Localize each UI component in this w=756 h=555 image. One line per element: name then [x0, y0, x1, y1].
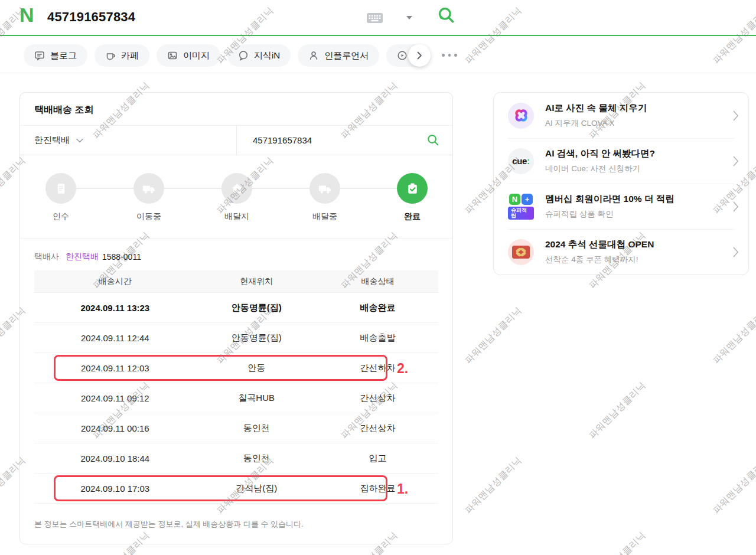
tab-label: 이미지 — [183, 50, 210, 61]
cell-location: 동인천 — [196, 453, 317, 464]
tracking-history-table: 배송시간현재위치배송상태 2024.09.11 13:23안동명륜(집)배송완료… — [34, 270, 438, 504]
chevron-right-icon — [733, 156, 739, 166]
gift-icon — [508, 239, 534, 265]
promo-sidebar-card: AI로 사진 속 물체 지우기AI 지우개 CLOVA Xcue:AI 검색, … — [493, 92, 749, 275]
cell-time: 2024.09.11 13:23 — [34, 303, 196, 313]
watermark-text: 파워맨남성클리닉 — [711, 455, 756, 517]
tab-label: 블로그 — [50, 50, 77, 61]
cell-status: 간선상차 — [317, 423, 438, 434]
cell-status: 입고 — [317, 453, 438, 464]
delivery-progress-steps: 인수이동중배달지배달중완료 — [20, 155, 452, 239]
cell-location: 간석남(집) — [196, 483, 317, 494]
carrier-dropdown-value: 한진택배 — [34, 135, 70, 146]
promo-title: AI로 사진 속 물체 지우기 — [545, 102, 728, 115]
progress-step-2: 이동중 — [119, 173, 178, 222]
column-header: 현재위치 — [196, 276, 317, 287]
cell-status: 간선하차 — [317, 363, 438, 374]
step-label: 인수 — [31, 211, 90, 222]
sidebar-item-nplus[interactable]: N+슈퍼적립멤버십 회원이라면 10% 더 적립슈퍼적립 상품 확인 — [494, 184, 748, 229]
cell-status: 간선상차 — [317, 393, 438, 404]
watermark-text: 파워맨남성클리닉 — [711, 305, 756, 367]
step-check-icon — [397, 173, 428, 204]
promo-title: AI 검색, 아직 안 써봤다면? — [545, 148, 728, 160]
step-receipt-icon — [45, 173, 76, 204]
promo-subtitle: AI 지우개 CLOVA X — [545, 118, 728, 129]
carrier-label: 택배사 — [34, 252, 59, 262]
tabs-expand-button[interactable] — [408, 44, 431, 67]
step-truck-icon — [133, 173, 164, 204]
sidebar-item-gift[interactable]: 2024 추석 선물대첩 OPEN선착순 4종 쿠폰 혜택까지! — [494, 229, 748, 275]
search-tab-bar: 블로그카페이미지지식iN인플루언서동영상쇼핑 — [0, 37, 756, 73]
naver-logo[interactable]: N — [19, 5, 34, 25]
tab-strip: 블로그카페이미지지식iN인플루언서동영상쇼핑 — [24, 44, 418, 67]
chevron-right-icon — [417, 51, 422, 60]
influencer-icon — [308, 50, 319, 61]
cell-location: 칠곡HUB — [196, 393, 317, 404]
chevron-right-icon — [733, 201, 739, 212]
sidebar-item-cue[interactable]: cue:AI 검색, 아직 안 써봤다면?네이버 Cue: 사전 신청하기 — [494, 138, 748, 184]
column-header: 배송시간 — [34, 276, 196, 287]
tracking-history-row: 2024.09.11 12:44안동명륜(집)배송출발 — [34, 323, 438, 353]
progress-step-4: 배달중 — [295, 173, 354, 222]
highlight-number: 1. — [397, 481, 408, 497]
tab-label: 인플루언서 — [324, 50, 369, 61]
carrier-name-link[interactable]: 한진택배 — [66, 252, 99, 262]
progress-step-3: 배달지 — [207, 173, 266, 222]
carrier-info-row: 택배사 한진택배 1588-0011 — [20, 239, 452, 270]
column-header: 배송상태 — [317, 276, 438, 287]
promo-title: 멤버십 회원이라면 10% 더 적립 — [545, 193, 728, 205]
highlight-number: 2. — [397, 361, 408, 377]
image-icon — [167, 50, 178, 61]
tab-blog[interactable]: 블로그 — [24, 44, 87, 67]
promo-subtitle: 네이버 Cue: 사전 신청하기 — [545, 164, 728, 174]
keyboard-icon[interactable] — [366, 11, 384, 25]
tab-kin[interactable]: 지식iN — [227, 44, 291, 67]
tab-cafe[interactable]: 카페 — [94, 44, 149, 67]
keyboard-dropdown-caret-icon[interactable] — [406, 16, 412, 19]
step-label: 이동중 — [119, 211, 178, 222]
progress-step-1: 인수 — [31, 173, 90, 222]
progress-step-5: 완료 — [383, 173, 442, 222]
step-label: 배달중 — [295, 211, 354, 222]
cell-location: 안동명륜(집) — [196, 332, 317, 344]
watermark-text: 파워맨남성클리닉 — [462, 305, 524, 367]
clova-x-logo-icon — [508, 103, 534, 129]
video-icon — [397, 50, 408, 61]
more-options-icon[interactable] — [442, 54, 457, 57]
cell-location: 동인천 — [196, 423, 317, 434]
tab-influencer[interactable]: 인플루언서 — [298, 44, 379, 67]
tracking-search-row: 한진택배 457191657834 — [20, 126, 452, 155]
cell-time: 2024.09.11 00:16 — [34, 423, 196, 433]
parcel-tracking-card: 택배배송 조회 한진택배 457191657834 인수이동중배달지배달중완료 … — [19, 92, 453, 544]
tab-image[interactable]: 이미지 — [157, 44, 220, 67]
carrier-dropdown[interactable]: 한진택배 — [20, 126, 237, 155]
cell-status: 배송출발 — [317, 332, 438, 344]
header: N 457191657834 — [0, 0, 756, 36]
card-title: 택배배송 조회 — [20, 93, 452, 126]
step-label: 배달지 — [207, 211, 266, 222]
tracking-number-value: 457191657834 — [253, 135, 312, 145]
tracking-number-input[interactable]: 457191657834 — [237, 126, 452, 155]
cell-time: 2024.09.11 12:03 — [34, 363, 196, 373]
watermark-text: 파워맨남성클리닉 — [586, 380, 649, 442]
sidebar-item-clova[interactable]: AI로 사진 속 물체 지우기AI 지우개 CLOVA X — [494, 93, 748, 138]
cue-logo-icon: cue: — [508, 148, 534, 174]
tracking-history-row: 2024.09.11 12:03안동간선하차2. — [34, 353, 438, 383]
cell-location: 안동명륜(집) — [196, 302, 317, 314]
promo-subtitle: 슈퍼적립 상품 확인 — [545, 209, 728, 220]
watermark-text: 파워맨남성클리닉 — [586, 530, 649, 555]
chevron-right-icon — [733, 247, 739, 257]
search-query[interactable]: 457191657834 — [47, 9, 135, 25]
carrier-phone: 1588-0011 — [102, 252, 141, 262]
chevron-right-icon — [733, 110, 739, 121]
tracking-search-icon[interactable] — [426, 133, 440, 147]
promo-subtitle: 선착순 4종 쿠폰 혜택까지! — [545, 254, 728, 265]
cell-status: 집하완료 — [317, 483, 438, 494]
disclaimer-text: 본 정보는 스마트택배에서 제공받는 정보로, 실제 배송상황과 다를 수 있습… — [34, 519, 438, 544]
step-truck-icon — [309, 173, 340, 204]
cell-time: 2024.09.11 12:44 — [34, 333, 196, 343]
tab-label: 카페 — [121, 50, 139, 61]
tab-label: 지식iN — [254, 50, 280, 61]
header-search-icon[interactable] — [437, 6, 456, 25]
table-body: 2024.09.11 13:23안동명륜(집)배송완료2024.09.11 12… — [34, 293, 438, 504]
